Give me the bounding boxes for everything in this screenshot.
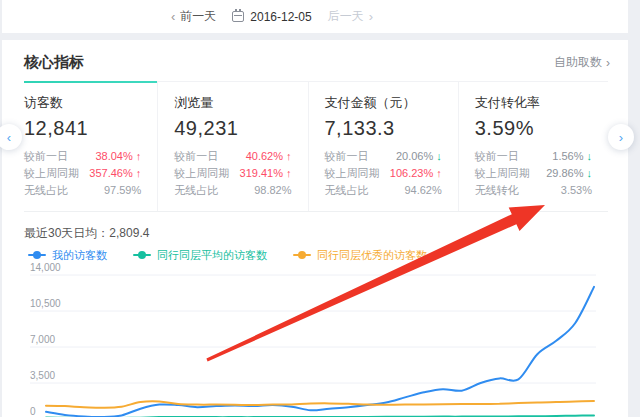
metric-row-value: 106.23%↑	[390, 165, 442, 182]
trend-up-icon: ↑	[286, 165, 292, 182]
visitors-line-chart: 03,5007,00010,50014,00011-0611-0811-1011…	[2, 263, 622, 417]
trend-up-icon: ↑	[286, 148, 292, 165]
metric-row-label: 较上周同期	[325, 165, 380, 182]
metric-row-label: 无线占比	[174, 182, 218, 199]
prev-day-label: 前一天	[180, 8, 216, 25]
metric-row: 较前一日 40.62%↑	[174, 148, 291, 165]
date-picker[interactable]: 2016-12-05	[232, 10, 311, 24]
metric-row-value: 20.06%↓	[396, 148, 442, 165]
date-nav-bar: ‹ 前一天 2016-12-05 后一天 ›	[2, 0, 628, 33]
trend-up-icon: ↑	[436, 165, 442, 182]
metric-card-pageviews[interactable]: 浏览量 49,231 较前一日 40.62%↑ 较上周同期 319.41%↑ 无…	[157, 82, 307, 211]
metric-row-label: 较前一日	[475, 148, 519, 165]
chevron-right-icon: ›	[606, 56, 610, 70]
metric-row-value: 3.53%	[561, 182, 592, 199]
date-nav-group: ‹ 前一天 2016-12-05 后一天 ›	[171, 8, 373, 25]
chevron-left-icon: ‹	[171, 9, 175, 24]
trend-up-icon: ↑	[136, 165, 142, 182]
next-day-button[interactable]: 后一天 ›	[328, 8, 373, 25]
metric-card-conversion-rate[interactable]: 支付转化率 3.59% 较前一日 1.56%↓ 较上周同期 29.86%↓ 无线…	[458, 82, 608, 211]
metric-row: 无线占比 94.62%	[325, 182, 442, 199]
metric-row-value: 98.82%	[254, 182, 291, 199]
metric-row: 较上周同期 29.86%↓	[475, 165, 592, 182]
line-dot-legend-icon	[28, 251, 46, 259]
carousel-next-button[interactable]: ›	[608, 124, 634, 150]
metric-row-label: 无线转化	[475, 182, 519, 199]
legend-item-peer-excellent[interactable]: 同行同层优秀的访客数	[293, 248, 427, 263]
metric-title: 支付金额（元）	[325, 94, 442, 112]
legend-label: 同行同层优秀的访客数	[317, 248, 427, 263]
svg-text:0: 0	[30, 406, 36, 417]
metric-title: 支付转化率	[475, 94, 592, 112]
metric-row-value: 29.86%↓	[546, 165, 592, 182]
metric-row-label: 较上周同期	[24, 165, 79, 182]
metric-row: 较上周同期 357.46%↑	[24, 165, 141, 182]
metric-cards-row: 访客数 12,841 较前一日 38.04%↑ 较上周同期 357.46%↑ 无…	[24, 81, 608, 212]
metric-row: 无线占比 97.59%	[24, 182, 141, 199]
prev-day-button[interactable]: ‹ 前一天	[171, 8, 216, 25]
trend-down-icon: ↓	[436, 148, 442, 165]
metric-card-visitors[interactable]: 访客数 12,841 较前一日 38.04%↑ 较上周同期 357.46%↑ 无…	[24, 82, 157, 211]
metric-row-value: 40.62%↑	[246, 148, 292, 165]
chevron-left-icon: ‹	[7, 130, 11, 145]
metric-row-label: 较前一日	[174, 148, 218, 165]
trend-up-icon: ↑	[136, 148, 142, 165]
panel-header: 核心指标 自助取数 ›	[2, 40, 628, 81]
chevron-right-icon: ›	[369, 9, 373, 24]
carousel-prev-button[interactable]: ‹	[0, 124, 22, 150]
svg-text:10,500: 10,500	[30, 298, 61, 309]
legend-item-my-visitors[interactable]: 我的访客数	[28, 248, 107, 263]
metric-row-value: 94.62%	[404, 182, 441, 199]
metric-row: 较前一日 38.04%↑	[24, 148, 141, 165]
metric-row: 无线占比 98.82%	[174, 182, 291, 199]
calendar-icon	[232, 11, 244, 22]
metric-row-value: 38.04%↑	[95, 148, 141, 165]
metric-row: 较上周同期 319.41%↑	[174, 165, 291, 182]
metric-value: 49,231	[174, 117, 291, 140]
line-dot-legend-icon	[293, 251, 311, 259]
metric-value: 12,841	[24, 117, 141, 140]
metric-row: 较上周同期 106.23%↑	[325, 165, 442, 182]
legend-item-peer-average[interactable]: 同行同层平均的访客数	[133, 248, 267, 263]
trend-down-icon: ↓	[587, 148, 593, 165]
metric-row-value: 97.59%	[104, 182, 141, 199]
svg-text:3,500: 3,500	[30, 370, 55, 381]
self-service-data-link[interactable]: 自助取数 ›	[554, 54, 610, 71]
metric-value: 3.59%	[475, 117, 592, 140]
metric-value: 7,133.3	[325, 117, 442, 140]
metric-row-label: 较前一日	[24, 148, 68, 165]
legend-label: 同行同层平均的访客数	[157, 248, 267, 263]
metric-row-value: 357.46%↑	[89, 165, 141, 182]
metric-title: 浏览量	[174, 94, 291, 112]
chart-legend: 我的访客数 同行同层平均的访客数 同行同层优秀的访客数	[28, 248, 628, 262]
metric-card-payment-amount[interactable]: 支付金额（元） 7,133.3 较前一日 20.06%↓ 较上周同期 106.2…	[308, 82, 458, 211]
self-service-data-label: 自助取数	[554, 54, 602, 71]
metric-row: 较前一日 1.56%↓	[475, 148, 592, 165]
metric-row-label: 较前一日	[325, 148, 369, 165]
metric-row-value: 319.41%↑	[240, 165, 292, 182]
metric-row: 无线转化 3.53%	[475, 182, 592, 199]
chevron-right-icon: ›	[619, 130, 623, 145]
metric-row-value: 1.56%↓	[552, 148, 592, 165]
legend-label: 我的访客数	[52, 248, 107, 263]
svg-text:14,000: 14,000	[30, 263, 61, 273]
page-title: 核心指标	[24, 53, 84, 72]
next-day-label: 后一天	[328, 8, 364, 25]
metric-row-label: 较上周同期	[475, 165, 530, 182]
chart-daily-average-label: 最近30天日均：2,809.4	[24, 225, 628, 241]
core-metrics-panel: 核心指标 自助取数 › 访客数 12,841 较前一日 38.04%↑ 较上周同…	[2, 40, 628, 417]
metric-row-label: 无线占比	[325, 182, 369, 199]
metric-row-label: 较上周同期	[174, 165, 229, 182]
metric-row: 较前一日 20.06%↓	[325, 148, 442, 165]
trend-down-icon: ↓	[587, 165, 593, 182]
svg-text:7,000: 7,000	[30, 334, 55, 345]
current-date: 2016-12-05	[250, 10, 311, 24]
metric-row-label: 无线占比	[24, 182, 68, 199]
line-dot-legend-icon	[133, 251, 151, 259]
metric-title: 访客数	[24, 94, 141, 112]
